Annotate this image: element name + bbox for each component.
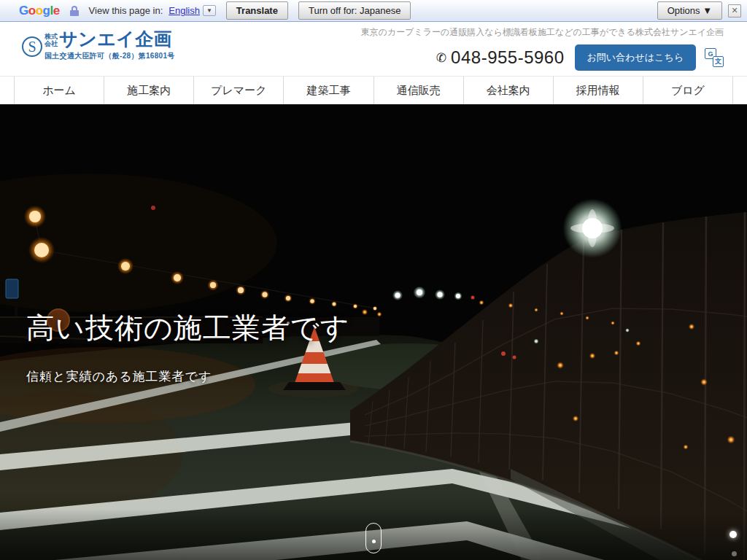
nav-item-company[interactable]: 会社案内 — [463, 77, 553, 104]
google-logo: Google — [19, 4, 60, 18]
main-nav: ホーム 施工案内 プレマーク 建築工事 通信販売 会社案内 採用情報 ブログ — [14, 77, 733, 104]
license-number: 国土交通大臣許可（般-28）第16801号 — [44, 51, 175, 61]
nav-item-building-works[interactable]: 建築工事 — [283, 77, 373, 104]
hero-heading: 高い技術の施工業者です — [26, 308, 350, 348]
nav-item-recruit[interactable]: 採用情報 — [553, 77, 643, 104]
site-tagline: 東京のカーブミラーの通販購入なら標識看板施工などの工事ができる株式会社サンエイ企… — [361, 26, 724, 39]
scroll-indicator[interactable] — [365, 523, 382, 553]
nav-item-blog[interactable]: ブログ — [643, 77, 733, 104]
view-page-label: View this page in: — [89, 5, 163, 16]
logo-prefix: 株式 会社 — [44, 33, 58, 48]
site-header: S 株式 会社 サンエイ企画 国土交通大臣許可（般-28）第16801号 東京の… — [0, 22, 747, 77]
close-icon[interactable]: ✕ — [728, 4, 741, 18]
nav-item-premark[interactable]: プレマーク — [193, 77, 283, 104]
contact-button[interactable]: お問い合わせはこちら — [575, 44, 696, 71]
nav-item-mail-order[interactable]: 通信販売 — [374, 77, 463, 104]
scroll-indicator-dot — [372, 540, 376, 543]
translate-widget-icon[interactable]: G 文 — [705, 48, 724, 67]
logo-monogram: S — [22, 36, 42, 57]
carousel-dot-active[interactable] — [729, 531, 737, 538]
options-button[interactable]: Options ▼ — [657, 1, 722, 20]
hero-banner: 高い技術の施工業者です 信頼と実績のある施工業者です — [0, 104, 747, 560]
company-logo[interactable]: S 株式 会社 サンエイ企画 国土交通大臣許可（般-28）第16801号 — [22, 28, 175, 61]
nav-item-home[interactable]: ホーム — [14, 77, 104, 104]
hero-text-block: 高い技術の施工業者です 信頼と実績のある施工業者です — [26, 308, 350, 385]
company-name: サンエイ企画 — [59, 30, 172, 48]
phone-number: 048-955-5960 — [451, 47, 564, 68]
phone-icon: ✆ — [435, 50, 447, 66]
hero-subheading: 信頼と実績のある施工業者です — [26, 368, 350, 385]
lock-icon — [70, 6, 79, 16]
turn-off-button[interactable]: Turn off for: Japanese — [298, 1, 411, 20]
nav-item-construction-guide[interactable]: 施工案内 — [104, 77, 193, 104]
google-translate-bar: Google View this page in: English ▼ Tran… — [0, 0, 747, 22]
language-dropdown-arrow-icon[interactable]: ▼ — [203, 5, 216, 16]
carousel-dot-inactive[interactable] — [732, 551, 737, 556]
translate-button[interactable]: Translate — [226, 1, 288, 20]
language-select-link[interactable]: English — [169, 5, 200, 16]
